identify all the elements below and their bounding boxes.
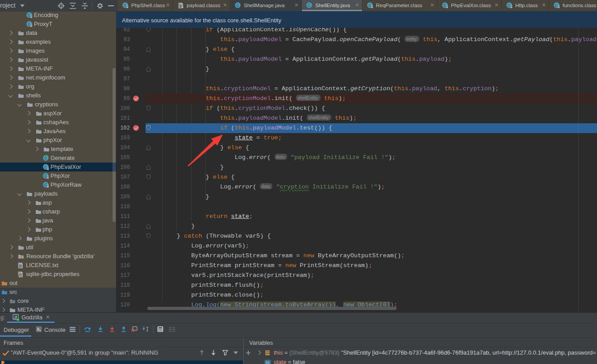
svg-text:01: 01 xyxy=(266,360,270,364)
svg-text:C: C xyxy=(308,3,310,8)
svg-text:C: C xyxy=(236,3,239,8)
